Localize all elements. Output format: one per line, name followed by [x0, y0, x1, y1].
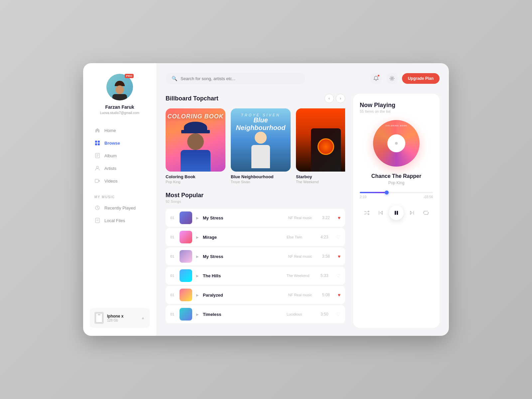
svg-rect-11 — [95, 218, 99, 223]
sidebar-item-videos[interactable]: Videos — [90, 175, 150, 187]
track-heart[interactable]: ♥ — [338, 215, 340, 220]
device-storage: 128 Gb — [107, 319, 138, 322]
track-num: 01 — [170, 235, 176, 239]
albums-row: COLORING BOOK Coloring Book Pop King — [166, 108, 345, 184]
sidebar-item-artists-label: Artists — [104, 166, 116, 171]
pro-badge: PRO — [125, 74, 134, 78]
track-duration: 5:33 — [321, 273, 332, 278]
album-name-coloring-book: Coloring Book — [166, 174, 225, 179]
device-card: Iphone x 128 Gb ▲ — [90, 308, 150, 328]
shuffle-button[interactable] — [361, 207, 372, 218]
track-thumb-timeless — [180, 308, 192, 321]
app-container: PRO Farzan Faruk Luova.studio7@gmail.com… — [83, 63, 449, 336]
recently-played-icon — [94, 205, 100, 211]
track-list: 01 ▶ My Stress NF Real music 3:22 ♥ 01 ▶ — [166, 209, 345, 323]
search-input[interactable] — [181, 76, 299, 81]
play-icon: ▶ — [196, 293, 199, 297]
track-row[interactable]: 01 ▶ Mirage Else Twin 4:23 ♡ — [166, 228, 345, 246]
sidebar-item-artists[interactable]: Artists — [90, 162, 150, 175]
album-icon — [94, 153, 100, 159]
album-card-blue-neighbourhood[interactable]: TROYE SIVEN BlueNeighbourhood Blue Neigh… — [231, 108, 291, 184]
track-row[interactable]: 01 ▶ My Stress NF Real music 3:58 ♥ — [166, 247, 345, 265]
nav-arrows: ‹ › — [325, 94, 345, 103]
coloring-book-title-text: COLORING BOOK — [166, 113, 225, 120]
now-playing-song-artist: Pop King — [360, 181, 433, 185]
track-thumb-mirage — [180, 231, 192, 243]
sidebar-item-browse[interactable]: Browse — [90, 137, 150, 149]
repeat-button[interactable] — [420, 207, 432, 218]
track-name: My Stress — [203, 215, 284, 220]
coloring-book-cover-art: COLORING BOOK — [166, 108, 225, 172]
pause-button[interactable] — [389, 205, 404, 220]
track-duration: 3:22 — [322, 215, 334, 220]
notification-button[interactable] — [370, 72, 382, 84]
track-row[interactable]: 01 ▶ Timeless Lucidious 3:50 ♡ — [166, 305, 345, 323]
sidebar-item-local-files[interactable]: Local Files — [90, 214, 150, 227]
cb-hat — [184, 122, 207, 133]
bn-title-text: BlueNeighbourhood — [231, 116, 291, 132]
current-time: 2:10 — [360, 195, 366, 199]
album-card-starboy[interactable]: Starboy The Weekend — [296, 108, 345, 184]
cb-face — [187, 133, 204, 150]
coloring-book-person — [174, 122, 217, 172]
svg-rect-0 — [95, 141, 97, 143]
prev-arrow-button[interactable]: ‹ — [325, 94, 334, 103]
settings-button[interactable] — [386, 72, 398, 84]
header-actions: Upgrade Plan — [370, 72, 440, 84]
track-num: 01 — [170, 293, 176, 297]
track-row[interactable]: 01 ▶ The Hills The Weekend 5:33 ♡ — [166, 267, 345, 285]
album-card-coloring-book[interactable]: COLORING BOOK Coloring Book Pop King — [166, 108, 225, 184]
play-icon: ▶ — [196, 313, 199, 316]
track-row[interactable]: 01 ▶ My Stress NF Real music 3:22 ♥ — [166, 209, 345, 227]
search-icon: 🔍 — [172, 76, 177, 81]
album-cover-starboy — [296, 108, 345, 172]
most-popular-subtitle: 92 Songs — [166, 200, 203, 203]
svg-rect-15 — [395, 211, 396, 215]
play-icon: ▶ — [196, 216, 199, 220]
track-heart[interactable]: ♥ — [338, 254, 340, 259]
starboy-cover-art — [296, 108, 345, 172]
billboard-section-header: Billboard Topchart ‹ › — [166, 94, 345, 103]
track-name: The Hills — [203, 273, 283, 278]
sidebar-item-home-label: Home — [104, 128, 116, 133]
track-heart[interactable]: ♡ — [336, 273, 340, 278]
track-duration: 5:08 — [322, 293, 334, 297]
vinyl-wrap: COLORING BOOK — [360, 120, 433, 167]
next-button[interactable] — [406, 207, 418, 218]
phone-notch — [98, 314, 100, 315]
artists-icon — [94, 165, 100, 171]
next-arrow-button[interactable]: › — [336, 94, 345, 103]
track-artist: Else Twin — [287, 235, 317, 239]
track-num: 01 — [170, 254, 176, 258]
play-icon: ▶ — [196, 235, 199, 239]
track-name: Paralyzed — [203, 293, 284, 298]
user-email: Luova.studio7@gmail.com — [100, 111, 139, 115]
home-icon — [94, 127, 100, 133]
notification-dot — [377, 74, 380, 77]
track-row[interactable]: 01 ▶ Paralyzed NF Real music 5:08 ♥ — [166, 286, 345, 304]
track-name: Mirage — [203, 235, 283, 240]
most-popular-section: Most Popular 92 Songs 01 ▶ My Stress NF … — [166, 192, 345, 323]
starboy-circle — [318, 138, 334, 155]
svg-rect-3 — [98, 143, 100, 145]
sidebar-item-home[interactable]: Home — [90, 124, 150, 137]
track-heart[interactable]: ♡ — [336, 312, 340, 317]
my-music-label: MY MUSIC — [90, 195, 150, 199]
track-heart[interactable]: ♡ — [336, 234, 340, 240]
prev-button[interactable] — [375, 207, 386, 218]
svg-rect-16 — [397, 211, 398, 215]
svg-rect-9 — [95, 179, 98, 183]
svg-point-8 — [96, 166, 98, 168]
progress-dot — [385, 191, 389, 195]
track-name: Timeless — [203, 312, 283, 317]
cb-body — [181, 150, 210, 172]
now-playing-title: Now Playing — [360, 102, 433, 109]
sidebar-item-recently-played[interactable]: Recently Played — [90, 201, 150, 214]
progress-bar[interactable] — [360, 192, 433, 193]
track-heart[interactable]: ♥ — [338, 292, 340, 298]
total-time: -03:56 — [424, 195, 433, 199]
track-duration: 3:50 — [321, 312, 332, 317]
upgrade-button[interactable]: Upgrade Plan — [402, 73, 440, 84]
track-artist: NF Real music — [288, 216, 318, 220]
sidebar-item-album[interactable]: Album — [90, 149, 150, 162]
